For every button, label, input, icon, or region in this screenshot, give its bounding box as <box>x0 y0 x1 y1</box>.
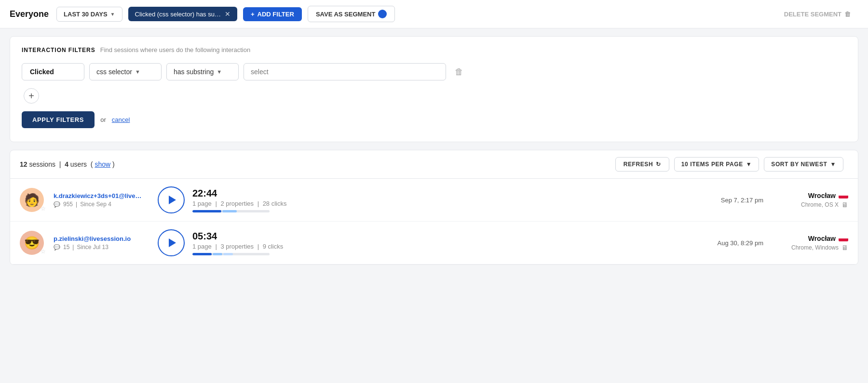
sort-button[interactable]: SORT BY NEWEST ▼ <box>764 157 843 172</box>
filters-panel-header: INTERACTION FILTERS Find sessions where … <box>22 46 846 53</box>
session-date: Sep 7, 2:17 pm <box>691 197 763 204</box>
user-meta: 💬 15 | Since Jul 13 <box>54 244 150 251</box>
close-icon[interactable]: ✕ <box>225 10 231 18</box>
users-count-suffix: users <box>70 160 87 168</box>
table-row: 😎 ☆ p.zielinski@livesession.io 💬 15 | Si… <box>10 222 858 264</box>
progress-segment <box>192 253 212 255</box>
bubble-count: 15 <box>63 244 69 251</box>
user-info: k.drazkiewicz+3ds+01@live… 💬 955 | Since… <box>54 192 150 208</box>
since-label: Since Sep 4 <box>80 201 111 208</box>
add-condition-button[interactable]: + <box>24 88 39 104</box>
flag-poland-icon <box>839 192 848 198</box>
avatar-emoji: 😎 <box>24 236 40 251</box>
progress-bar <box>192 253 270 255</box>
flag-poland-icon <box>839 235 848 241</box>
table-row: 🧑 ☆ k.drazkiewicz+3ds+01@live… 💬 955 | S… <box>10 179 858 222</box>
user-info: p.zielinski@livesession.io 💬 15 | Since … <box>54 235 150 251</box>
chevron-down-icon: ▼ <box>217 69 222 75</box>
monitor-icon: 🖥 <box>841 244 848 251</box>
browser-label: Chrome, OS X <box>801 201 839 208</box>
save-segment-label: SAVE AS SEGMENT <box>316 11 376 18</box>
trash-icon: 🗑 <box>844 11 851 18</box>
progress-segment <box>222 210 237 212</box>
separator: | <box>258 200 259 207</box>
bubble-icon: 💬 <box>54 201 60 208</box>
users-count-number: 4 <box>65 160 68 168</box>
separator: | <box>72 244 74 251</box>
play-button[interactable] <box>158 186 185 213</box>
plus-icon: + <box>28 91 34 102</box>
session-duration: 22:44 <box>192 188 683 199</box>
play-button[interactable] <box>158 229 185 256</box>
sort-label: SORT BY NEWEST <box>771 161 827 168</box>
add-filter-label: ADD FILTER <box>258 11 294 18</box>
chevron-down-icon: ▼ <box>110 12 115 17</box>
separator: | <box>76 201 77 208</box>
progress-segment <box>192 210 221 212</box>
browser-info: Chrome, OS X 🖥 <box>771 201 848 209</box>
avatar-emoji: 🧑 <box>24 193 40 208</box>
play-triangle-icon <box>169 196 176 204</box>
session-details: 1 page | 3 properties | 9 clicks <box>192 243 683 250</box>
apply-filters-button[interactable]: APPLY FILTERS <box>22 111 95 128</box>
active-filter-tag[interactable]: Clicked (css selector) has su… ✕ <box>128 7 237 21</box>
user-email[interactable]: p.zielinski@livesession.io <box>54 235 150 242</box>
star-icon[interactable]: ☆ <box>41 248 46 255</box>
play-triangle-icon <box>169 238 176 247</box>
session-location: Wrocław Chrome, Windows 🖥 <box>771 235 848 251</box>
active-filter-label: Clicked (css selector) has su… <box>135 11 221 18</box>
page-title: Everyone <box>10 9 49 19</box>
session-date: Aug 30, 8:29 pm <box>691 239 763 247</box>
plus-icon: + <box>251 11 255 18</box>
progress-segment <box>213 253 222 255</box>
session-stats: 05:34 1 page | 3 properties | 9 clicks <box>192 231 683 255</box>
separator: | <box>258 243 259 250</box>
monitor-icon: 🖥 <box>841 201 848 209</box>
or-text: or <box>100 116 106 123</box>
sessions-count: 12 sessions | 4 users ( show ) <box>20 160 615 168</box>
segment-dot-icon <box>378 10 387 18</box>
browser-label: Chrome, Windows <box>791 244 839 251</box>
city-name: Wrocław <box>771 192 848 199</box>
refresh-label: REFRESH <box>624 161 653 168</box>
interaction-filters-panel: INTERACTION FILTERS Find sessions where … <box>10 36 858 142</box>
filter-operator-select[interactable]: has substring ▼ <box>166 63 239 80</box>
filter-property-select[interactable]: css selector ▼ <box>89 63 162 80</box>
sessions-count-suffix: sessions <box>29 160 55 168</box>
delete-segment-button[interactable]: DELETE SEGMENT 🗑 <box>776 7 858 21</box>
refresh-button[interactable]: REFRESH ↻ <box>615 157 669 172</box>
sessions-header: 12 sessions | 4 users ( show ) REFRESH ↻… <box>10 150 858 179</box>
filters-panel-title: INTERACTION FILTERS <box>22 47 95 53</box>
user-meta: 💬 955 | Since Sep 4 <box>54 201 150 208</box>
delete-segment-label: DELETE SEGMENT <box>784 11 841 18</box>
session-rows-container: 🧑 ☆ k.drazkiewicz+3ds+01@live… 💬 955 | S… <box>10 179 858 264</box>
avatar-wrap: 🧑 ☆ <box>20 188 46 212</box>
filter-value-input[interactable] <box>244 63 446 80</box>
star-icon[interactable]: ☆ <box>41 205 46 212</box>
filter-actions: APPLY FILTERS or cancel <box>22 111 846 128</box>
per-page-button[interactable]: 10 ITEMS PER PAGE ▼ <box>674 157 760 172</box>
cancel-button[interactable]: cancel <box>112 116 130 123</box>
user-email[interactable]: k.drazkiewicz+3ds+01@live… <box>54 192 150 199</box>
session-details: 1 page | 2 properties | 28 clicks <box>192 200 683 207</box>
bubble-count: 955 <box>63 201 73 208</box>
browser-info: Chrome, Windows 🖥 <box>771 244 848 251</box>
filter-row: Clicked css selector ▼ has substring ▼ 🗑 <box>22 63 846 80</box>
chevron-down-icon: ▼ <box>746 161 752 168</box>
progress-bar <box>192 210 270 212</box>
sessions-panel: 12 sessions | 4 users ( show ) REFRESH ↻… <box>10 150 858 265</box>
show-users-link[interactable]: show <box>95 160 110 168</box>
top-bar: Everyone LAST 30 DAYS ▼ Clicked (css sel… <box>0 0 868 28</box>
save-segment-button[interactable]: SAVE AS SEGMENT <box>308 6 395 22</box>
since-label: Since Jul 13 <box>77 244 108 251</box>
chevron-down-icon: ▼ <box>135 69 140 75</box>
filter-operator-label: has substring <box>174 68 214 76</box>
refresh-icon: ↻ <box>656 161 661 168</box>
bubble-icon: 💬 <box>54 244 60 251</box>
add-filter-button[interactable]: + ADD FILTER <box>243 7 302 21</box>
avatar-wrap: 😎 ☆ <box>20 231 46 255</box>
filter-type-box[interactable]: Clicked <box>22 63 84 80</box>
date-filter-button[interactable]: LAST 30 DAYS ▼ <box>56 7 122 22</box>
delete-filter-row-button[interactable]: 🗑 <box>451 64 467 80</box>
sessions-count-number: 12 <box>20 160 27 168</box>
